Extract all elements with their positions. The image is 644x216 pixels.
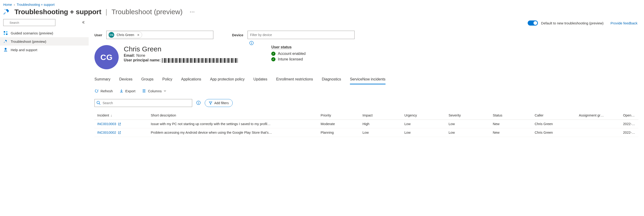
export-button[interactable]: Export [119,89,136,93]
selected-user-pill: CG Chris Green ✕ [108,32,142,38]
columns-button[interactable]: Columns [142,89,166,93]
table-search-input[interactable] [94,99,192,107]
cell-impact: High [360,120,402,128]
cell-short-desc: Problem accessing my Android device when… [148,128,318,137]
filter-icon [209,101,212,105]
device-label: Device [232,33,243,37]
check-icon: ✓ [271,52,276,56]
selector-row: User CG Chris Green ✕ Device [94,30,638,44]
sort-down-icon: ↓ [110,113,112,117]
page-title-row: Troubleshooting + support | Troubleshoot… [0,7,644,18]
col-severity[interactable]: Severity [446,111,490,120]
col-opened[interactable]: Opened at [620,111,638,120]
cell-caller: Chris Green [532,120,576,128]
user-status-heading: User status [271,45,306,49]
svg-point-17 [198,101,199,102]
sidebar-nav: Guided scenarios (preview) Troubleshoot … [0,29,89,54]
tab-applications[interactable]: Applications [181,76,201,84]
cell-caller: Chris Green [532,128,576,137]
user-pill-avatar: CG [109,32,114,38]
page-title: Troubleshooting + support [14,8,101,16]
page-subtitle: Troubleshoot (preview) [112,8,183,16]
sidebar: Guided scenarios (preview) Troubleshoot … [0,18,89,146]
add-filters-button[interactable]: Add filters [205,99,233,107]
refresh-label: Refresh [100,89,113,93]
email-value: None [136,53,145,57]
incident-link[interactable]: INC0010002 [97,131,121,134]
cell-short-desc: Issue with my PC not starting up correct… [148,120,318,128]
sidebar-search[interactable] [3,19,78,26]
svg-point-13 [97,101,99,104]
table-header-row: Incident↓ Short description Priority Imp… [94,111,638,120]
breadcrumb-section[interactable]: Troubleshooting + support [17,3,55,6]
col-impact[interactable]: Impact [360,111,402,120]
col-urgency[interactable]: Urgency [402,111,446,120]
user-card-row: CG Chris Green Email:None User principal… [94,44,638,76]
toggle-label: Default to new troubleshooting (preview) [541,21,604,25]
cell-opened: 2022-09-13 22:… [620,128,638,137]
tab-updates[interactable]: Updates [253,76,267,84]
sidebar-search-input[interactable] [3,19,55,26]
device-filter-input[interactable] [248,31,354,39]
help-support-icon [3,47,8,52]
remove-user-icon[interactable]: ✕ [137,33,140,37]
sidebar-item-troubleshoot[interactable]: Troubleshoot (preview) [0,37,89,45]
breadcrumb-home[interactable]: Home [3,3,12,6]
cell-status: New [490,128,532,137]
cell-priority: Moderate [318,120,360,128]
user-upn: User principal name: [124,58,239,63]
svg-point-6 [5,48,6,50]
svg-line-14 [99,103,100,105]
svg-rect-16 [198,102,199,104]
user-label: User [94,33,102,37]
sidebar-item-guided-scenarios[interactable]: Guided scenarios (preview) [0,29,89,37]
sidebar-item-label: Help and support [11,48,37,52]
user-status-block: User status ✓ Account enabled ✓ Intune l… [271,45,306,63]
tab-app-protection[interactable]: App protection policy [210,76,245,84]
col-priority[interactable]: Priority [318,111,360,120]
sidebar-item-label: Guided scenarios (preview) [11,31,53,35]
search-icon [96,101,100,106]
tab-diagnostics[interactable]: Diagnostics [322,76,341,84]
export-label: Export [126,89,136,93]
table-row[interactable]: INC0010003 Issue with my PC not starting… [94,120,638,128]
col-status[interactable]: Status [490,111,532,120]
overflow-menu-icon[interactable]: ⋯ [190,9,195,15]
table-search[interactable] [94,99,192,107]
table-filter-row: Add filters [94,99,638,107]
add-filters-label: Add filters [214,101,229,105]
tab-devices[interactable]: Devices [119,76,132,84]
refresh-button[interactable]: Refresh [94,89,113,93]
tab-enrollment[interactable]: Enrollment restrictions [276,76,313,84]
info-icon[interactable] [250,41,254,46]
status-intune-licensed: ✓ Intune licensed [271,57,306,61]
tab-servicenow[interactable]: ServiceNow incidents [350,76,386,84]
tab-policy[interactable]: Policy [162,76,172,84]
provide-feedback-link[interactable]: Provide feedback [610,21,638,25]
cell-urgency: Low [402,128,446,137]
col-caller[interactable]: Caller [532,111,576,120]
user-picker[interactable]: CG Chris Green ✕ [106,31,213,39]
col-short-desc[interactable]: Short description [148,111,318,120]
collapse-sidebar-icon[interactable] [80,19,86,26]
top-actions-row: Default to new troubleshooting (preview)… [94,18,638,30]
sidebar-item-help-support[interactable]: Help and support [0,45,89,54]
tab-groups[interactable]: Groups [141,76,153,84]
svg-rect-3 [6,31,8,32]
check-icon: ✓ [271,57,276,61]
tab-summary[interactable]: Summary [94,76,110,84]
info-icon[interactable] [196,101,200,106]
breadcrumb-sep: › [14,3,15,6]
col-incident[interactable]: Incident↓ [94,111,148,120]
svg-point-9 [251,42,252,42]
incident-link[interactable]: INC0010003 [97,122,121,126]
svg-rect-4 [4,33,5,35]
cell-assignment [576,128,620,137]
table-row[interactable]: INC0010002 Problem accessing my Android … [94,128,638,137]
cell-severity: Low [446,120,490,128]
col-assignment[interactable]: Assignment gr… [576,111,620,120]
chevron-down-icon [164,89,166,92]
svg-rect-8 [251,43,252,44]
avatar: CG [94,45,119,69]
default-troubleshooting-toggle[interactable] [528,20,538,25]
